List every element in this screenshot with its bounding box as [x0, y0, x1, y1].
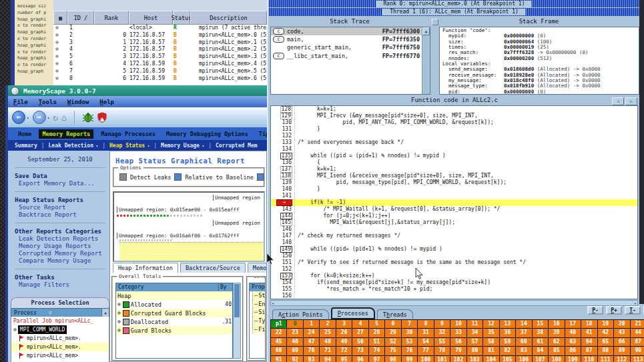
grid-cell[interactable]: 88 — [598, 347, 613, 355]
grid-cell[interactable]: 48 — [320, 338, 335, 346]
menu-file[interactable]: File — [13, 99, 28, 105]
checkbox-relative-to-baseline[interactable] — [174, 173, 182, 181]
expand-icon[interactable]: ⊕ — [53, 53, 68, 61]
totals-row[interactable]: Heap — [116, 291, 232, 300]
grid-cell[interactable]: 75 — [385, 347, 400, 355]
line-number[interactable]: 139 — [282, 179, 292, 186]
grid-cell[interactable]: 108 — [549, 356, 564, 362]
process-row[interactable]: ⊕64172.16.8.59Bmpirun<ALLc_mem>.4 (5 a — [53, 61, 267, 68]
grid-cell[interactable]: 12 — [483, 320, 499, 328]
grid-cell[interactable]: 78 — [434, 347, 450, 355]
grid-cell[interactable]: 46 — [287, 338, 302, 346]
grid-cell[interactable]: 14 — [516, 320, 531, 328]
line-number[interactable]: 146 — [282, 226, 292, 233]
line-number[interactable]: 148 — [282, 239, 292, 246]
line-number-gutter[interactable]: 129 — [271, 113, 295, 119]
process-column-header[interactable]: Process ▽ ▲ — [11, 308, 109, 317]
code-line[interactable]: 150 — [271, 253, 637, 259]
grid-cell[interactable]: 45 — [271, 338, 286, 346]
process-row[interactable]: ⊕53172.16.8.57Bmpirun<ALLc_mem>.3 (5 a — [53, 53, 267, 61]
line-number-gutter[interactable]: 140 — [271, 186, 295, 193]
grid-cell[interactable]: 55 — [434, 338, 450, 346]
grid-cell[interactable]: 105 — [500, 356, 515, 362]
sidebar-link-source-report[interactable]: Source Report — [19, 204, 109, 211]
code-line[interactable]: 155 *res_match = *res_match*10 + pid; — [271, 286, 637, 293]
scroll-up-icon[interactable]: ▲ — [422, 27, 430, 35]
grid-cell[interactable]: 24 — [304, 329, 319, 337]
line-number[interactable]: 145 — [280, 219, 292, 226]
line-number-gutter[interactable]: 143 — [271, 206, 295, 213]
grid-cell[interactable]: 61 — [533, 338, 548, 346]
line-number-gutter[interactable]: 138 — [271, 173, 295, 179]
grid-cell[interactable]: 113 — [631, 356, 644, 362]
line-number[interactable]: 154 — [282, 279, 292, 286]
expand-icon[interactable]: ⊕ — [53, 46, 68, 53]
line-number-gutter[interactable]: 128 — [271, 106, 295, 113]
sidebar-link-leak-detection-reports[interactable]: Leak Detection Reports — [19, 235, 109, 242]
grid-cell[interactable]: 13 — [500, 320, 515, 328]
tab-action-points[interactable]: Action Points — [272, 309, 329, 319]
line-number-gutter[interactable]: 150 — [271, 253, 295, 259]
line-number[interactable]: 152 — [282, 266, 292, 273]
tab-tips[interactable]: Tips — [256, 129, 267, 139]
grid-cell[interactable]: 9 — [434, 320, 450, 328]
line-number-gutter[interactable]: 131 — [271, 126, 295, 133]
stack-frame-row[interactable]: generic_start_main,FP=7fff6750 — [271, 43, 430, 51]
line-number[interactable]: 141 — [282, 193, 292, 199]
line-number-gutter[interactable]: 139 — [271, 179, 295, 186]
grid-cell[interactable]: 31 — [418, 329, 433, 337]
variable-row[interactable]: pid:0x00000000 (0) — [440, 89, 639, 95]
code-line[interactable]: 149 while ((pid= (pid+1) % nnodes) != my… — [271, 246, 637, 253]
code-line[interactable]: 145 MPI_Wait(&request[j],&status_array[j… — [271, 219, 637, 226]
grid-cell[interactable]: 20 — [614, 320, 629, 328]
grid-cell[interactable]: 90 — [631, 347, 644, 355]
code-line[interactable]: 132 — [271, 133, 637, 139]
line-number[interactable]: 137 — [280, 166, 292, 173]
line-number[interactable]: 153 — [280, 273, 292, 279]
process-row[interactable]: ⊕31172.16.8.57Bmpirun<ALLc_mem>.1 (5 a — [53, 39, 267, 47]
grid-cell[interactable]: 16 — [549, 320, 564, 328]
line-number-gutter[interactable]: 147 — [271, 233, 295, 239]
expand-icon[interactable]: ⊕ — [117, 319, 121, 325]
grid-cell[interactable]: 53 — [402, 338, 417, 346]
code-line[interactable]: 129 MPI_Irecv (&my_message[pid*size+0], … — [271, 113, 637, 119]
line-number[interactable]: 135 — [280, 153, 292, 159]
sort-icon[interactable]: ▽ — [49, 310, 52, 316]
grid-cell[interactable]: 47 — [304, 338, 319, 346]
line-number-gutter[interactable]: 135 — [271, 153, 295, 159]
line-number[interactable]: 155 — [282, 286, 292, 293]
heap-graph[interactable]: Unmapped region Unmapped region: 0x015ea… — [113, 191, 265, 262]
process-tree-row[interactable]: mpirun<ALLc_mem>. — [11, 334, 109, 343]
grid-cell[interactable]: 4 — [352, 320, 368, 328]
totals-row[interactable]: ⊕Corrupted Guard Blocks — [116, 309, 232, 317]
grid-cell[interactable]: 25 — [320, 329, 335, 337]
grid-cell[interactable]: 40 — [565, 329, 581, 337]
code-line[interactable]: 147/* check my returned messages */ — [271, 233, 637, 239]
grid-cell[interactable]: 63 — [565, 338, 581, 346]
forward-button[interactable]: → — [33, 111, 46, 124]
line-number[interactable]: 134 — [282, 146, 292, 153]
line-number-gutter[interactable]: 153 — [271, 273, 295, 279]
sidebar-link-export-memory-data-[interactable]: Export Memory Data... — [19, 180, 109, 187]
grid-cell[interactable]: 69 — [287, 347, 302, 355]
line-number[interactable]: 150 — [282, 253, 292, 259]
grid-cell[interactable]: 60 — [516, 338, 531, 346]
source-back-icon[interactable]: ◁ — [612, 97, 624, 105]
line-number-gutter[interactable]: 130 — [271, 119, 295, 126]
back-button[interactable]: ← — [12, 111, 25, 124]
checkbox-extra[interactable] — [257, 173, 264, 181]
grid-cell[interactable]: 111 — [598, 356, 613, 362]
line-number[interactable]: 149 — [280, 246, 292, 253]
grid-cell[interactable]: 87 — [581, 347, 597, 355]
line-number-gutter[interactable]: 132 — [271, 133, 295, 139]
expand-icon[interactable]: ⊕ — [117, 310, 121, 316]
line-number-gutter[interactable]: 154 — [271, 279, 295, 286]
property-row[interactable]: ─En — [252, 300, 265, 309]
button-p-[interactable]: P- — [587, 306, 603, 315]
grid-cell[interactable]: 5 — [369, 320, 384, 328]
tab-manage-processes[interactable]: Manage Processes — [97, 129, 159, 139]
code-line[interactable]: 131 } — [271, 126, 637, 133]
grid-cell[interactable]: 11 — [467, 320, 482, 328]
grid-cell[interactable]: 92 — [287, 356, 302, 362]
menu-help[interactable]: Help — [99, 99, 114, 105]
